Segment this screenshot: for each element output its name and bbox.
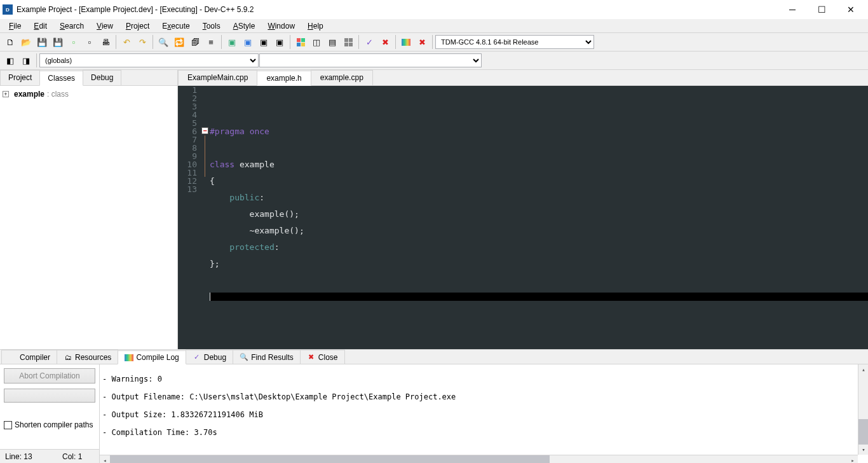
compile-button[interactable]: ▣ — [224, 34, 240, 50]
compile-run-icon: ▣ — [260, 38, 268, 47]
menu-view[interactable]: View — [90, 20, 119, 32]
editor-area: ExampleMain.cpp example.h example.cpp 12… — [178, 70, 868, 349]
debug-button[interactable]: ✓ — [362, 34, 377, 50]
run-button[interactable]: ▣ — [240, 34, 255, 50]
editor-tab-2[interactable]: example.cpp — [311, 70, 373, 85]
separator-icon — [153, 35, 153, 49]
new-file-button[interactable]: 🗋 — [3, 34, 18, 50]
menu-edit[interactable]: Edit — [27, 20, 53, 32]
save-all-button[interactable]: 💾 — [50, 34, 65, 50]
tab-project[interactable]: Project — [0, 70, 40, 85]
impl-icon: ◨ — [22, 56, 30, 66]
resources-icon: 🗂 — [64, 353, 72, 362]
close-all-button[interactable]: ▫ — [82, 34, 97, 50]
line-gutter: 12345678910111213 — [178, 86, 201, 349]
undo-button[interactable]: ↶ — [119, 34, 134, 50]
expand-icon[interactable]: + — [3, 91, 9, 97]
save-all-icon: 💾 — [53, 38, 63, 47]
btab-resources[interactable]: 🗂Resources — [57, 350, 118, 364]
tree-node-example[interactable]: + example : class — [3, 88, 175, 100]
separator-icon — [358, 35, 359, 49]
close-all-icon: ▫ — [88, 38, 92, 47]
compile-run-button[interactable]: ▣ — [256, 34, 271, 50]
fold-marker[interactable]: − — [201, 127, 208, 134]
find-icon: 🔍 — [158, 38, 168, 47]
scroll-down-icon[interactable]: ▾ — [858, 445, 868, 455]
goto-decl-button[interactable]: ◧ — [3, 53, 18, 68]
btab-compile-log[interactable]: Compile Log — [118, 350, 186, 364]
x-icon: ✖ — [307, 353, 316, 362]
menu-window[interactable]: Window — [261, 20, 301, 32]
status-line: Line: 13 — [0, 452, 57, 461]
scope-select[interactable]: (globals) — [39, 53, 259, 67]
new-class-button[interactable] — [293, 34, 308, 50]
scrollbar-thumb-h[interactable] — [110, 455, 550, 463]
scroll-left-icon[interactable]: ◂ — [100, 455, 110, 463]
scroll-right-icon[interactable]: ▸ — [848, 455, 858, 463]
btab-close[interactable]: ✖Close — [300, 350, 345, 364]
find-button[interactable]: 🔍 — [156, 34, 171, 50]
editor-tab-0[interactable]: ExampleMain.cpp — [178, 70, 257, 85]
scroll-up-icon[interactable]: ▴ — [858, 364, 868, 375]
btab-compiler[interactable]: Compiler — [1, 350, 57, 364]
redo-button[interactable]: ↷ — [135, 34, 150, 50]
rebuild-button[interactable]: ▣ — [272, 34, 287, 50]
close-file-button[interactable]: ▫ — [66, 34, 81, 50]
toggle-button[interactable] — [341, 34, 356, 50]
separator-icon — [395, 35, 396, 49]
gear-x-icon: ✖ — [419, 38, 426, 47]
goto-impl-button[interactable]: ◨ — [18, 53, 34, 68]
menu-help[interactable]: Help — [301, 20, 330, 32]
compile-log-output[interactable]: - Warnings: 0 - Output Filename: C:\User… — [99, 364, 868, 463]
decl-icon: ◧ — [6, 56, 14, 66]
shorten-paths-checkbox[interactable]: Shorten compiler paths — [4, 420, 95, 429]
print-button[interactable]: 🖶 — [98, 34, 113, 50]
scrollbar-horizontal[interactable]: ◂▸ — [100, 455, 858, 463]
menu-search[interactable]: Search — [53, 20, 90, 32]
find-icon: 🔍 — [240, 353, 248, 362]
menu-execute[interactable]: Execute — [156, 20, 196, 32]
editor-tab-1[interactable]: example.h — [257, 71, 311, 86]
separator-icon — [221, 35, 222, 49]
menu-file[interactable]: File — [3, 20, 27, 32]
title-bar: D Example Project - [Example Project.dev… — [0, 0, 868, 19]
replace-button[interactable]: 🔁 — [172, 34, 187, 50]
class-tree[interactable]: + example : class — [0, 85, 177, 349]
profile-button[interactable] — [398, 34, 414, 50]
minimize-button[interactable]: ─ — [778, 0, 807, 19]
btab-debug[interactable]: ✓Debug — [186, 350, 233, 364]
goto-icon: ≡ — [208, 38, 214, 47]
bar-icon — [125, 354, 133, 361]
symbol-select[interactable] — [259, 53, 482, 67]
maximize-button[interactable]: ☐ — [807, 0, 836, 19]
undo-icon: ↶ — [123, 38, 130, 47]
find-in-files-button[interactable]: 🗐 — [187, 34, 203, 50]
close-file-icon: ▫ — [72, 38, 76, 47]
menu-astyle[interactable]: AStyle — [227, 20, 262, 32]
separator-icon — [116, 35, 116, 49]
find-files-icon: 🗐 — [191, 38, 200, 47]
menu-tools[interactable]: Tools — [196, 20, 227, 32]
side-tabs: Project Classes Debug — [0, 70, 177, 85]
tab-classes[interactable]: Classes — [39, 71, 83, 86]
insert-button[interactable]: ▤ — [325, 34, 340, 50]
aux-button[interactable] — [4, 389, 95, 403]
separator-icon — [432, 35, 433, 49]
tab-debug[interactable]: Debug — [83, 70, 121, 85]
code-content[interactable]: #pragma once class example { public: exa… — [210, 86, 868, 349]
close-button[interactable]: ✕ — [836, 0, 865, 19]
compiler-select[interactable]: TDM-GCC 4.8.1 64-bit Release — [435, 35, 594, 49]
open-button[interactable]: 📂 — [18, 34, 34, 50]
btab-find-results[interactable]: 🔍Find Results — [233, 350, 301, 364]
goto-line-button[interactable]: ≡ — [203, 34, 219, 50]
stop-button[interactable]: ✖ — [377, 34, 393, 50]
new-template-button[interactable]: ◫ — [309, 34, 324, 50]
save-button[interactable]: 💾 — [34, 34, 50, 50]
scrollbar-thumb[interactable] — [858, 419, 868, 445]
menu-project[interactable]: Project — [119, 20, 156, 32]
code-editor[interactable]: 12345678910111213 − #pragma once class e… — [178, 86, 868, 349]
insert-icon: ▤ — [329, 38, 336, 47]
scrollbar-vertical[interactable]: ▴▾ — [858, 364, 868, 455]
delete-profile-button[interactable]: ✖ — [414, 34, 430, 50]
abort-compilation-button[interactable]: Abort Compilation — [4, 368, 95, 384]
